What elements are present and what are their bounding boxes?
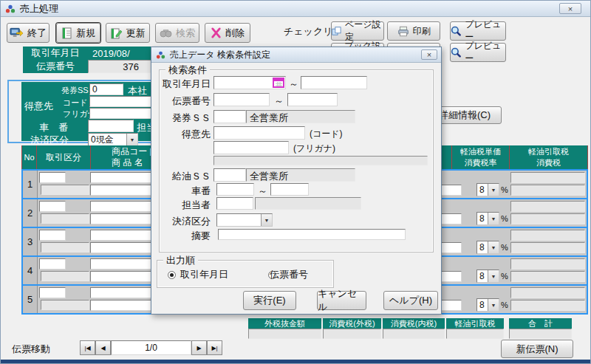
- col-torihiki: 取引区分: [36, 145, 90, 169]
- kana-hint: (フリガナ): [293, 142, 335, 155]
- row-number: 1: [23, 171, 38, 198]
- print-icon: [397, 26, 409, 37]
- dlg-car-label: 車番: [151, 185, 211, 198]
- tax-rate-dropdown[interactable]: 8▼: [476, 269, 499, 283]
- print-button[interactable]: 印刷: [387, 21, 440, 41]
- exit-button[interactable]: 終了: [7, 23, 49, 43]
- dlg-date-to-input[interactable]: [301, 76, 367, 89]
- new-icon: [61, 27, 72, 39]
- new-button[interactable]: 新規: [56, 23, 100, 43]
- tilde-separator: ～: [258, 185, 267, 198]
- shohizei-field: [510, 213, 585, 224]
- dlg-kessai-label: 決済区分: [151, 215, 211, 228]
- output-order-group: 出力順 取引年月日 伝票番号: [157, 260, 334, 288]
- radio-date[interactable]: [168, 271, 176, 279]
- dlg-hakken-input[interactable]: [213, 110, 246, 123]
- dlg-kyuyu-name: 全営業所: [246, 168, 355, 182]
- cancel-button[interactable]: キャンセル: [317, 291, 366, 310]
- totals-value: [248, 329, 321, 339]
- preview-icon: [451, 25, 461, 37]
- new-slip-button[interactable]: 新伝票(N): [501, 340, 573, 358]
- tax-rate-dropdown[interactable]: 8▼: [476, 183, 499, 196]
- page-setup-button[interactable]: ページ設定: [331, 21, 384, 41]
- dlg-car-to-input[interactable]: [270, 183, 309, 196]
- dlg-customer-code-input[interactable]: [213, 126, 305, 140]
- tanka-input[interactable]: [439, 185, 462, 196]
- update-button[interactable]: 更新: [106, 23, 150, 43]
- percent-label: %: [501, 214, 508, 223]
- window-close-button[interactable]: ×: [559, 3, 581, 14]
- calendar-button[interactable]: [273, 77, 285, 89]
- torihiki-input[interactable]: [39, 258, 66, 269]
- dlg-kessai-dropdown[interactable]: ▼: [216, 213, 273, 227]
- delete-button[interactable]: 削除: [205, 23, 250, 43]
- dlg-customer-label: 得意先: [151, 128, 211, 141]
- torihiki-input[interactable]: [39, 172, 66, 183]
- tilde-separator: ～: [274, 95, 284, 108]
- nav-first-button[interactable]: |◀: [80, 340, 95, 355]
- close-icon: ×: [568, 4, 573, 13]
- new-slip-label: 新伝票(N): [516, 343, 558, 356]
- issue-ss-input[interactable]: 0: [89, 83, 123, 95]
- dlg-car-from-input[interactable]: [216, 183, 254, 196]
- tanka-input[interactable]: [439, 271, 462, 282]
- dlg-tekiyo-label: 摘要: [151, 230, 211, 243]
- dlg-slip-from-input[interactable]: [213, 93, 270, 106]
- tax-rate-dropdown[interactable]: 8▼: [476, 212, 499, 225]
- tanka-input[interactable]: [439, 300, 462, 311]
- dlg-customer-name-display: [213, 156, 428, 165]
- delivery-preview-button[interactable]: プレビュー: [450, 43, 506, 62]
- dlg-date-label: 取引年月日: [151, 78, 211, 91]
- chevron-down-icon: ▼: [488, 270, 499, 282]
- preview-icon: [451, 47, 461, 58]
- search-icon: [160, 27, 172, 38]
- settlement-dropdown[interactable]: 0現金 ▼: [88, 133, 138, 146]
- dialog-close-button[interactable]: ×: [421, 49, 437, 60]
- dlg-slip-to-input[interactable]: [287, 93, 338, 106]
- radio-date-label: 取引年月日: [180, 268, 228, 281]
- customer-code-label: コード: [63, 97, 88, 109]
- window-title: 売上処理: [20, 2, 58, 16]
- totals-value: [446, 329, 504, 339]
- nav-next-button[interactable]: ▶: [191, 340, 207, 355]
- window-bottom-border: [1, 360, 590, 364]
- dialog-title-bar: 売上データ 検索条件設定 ×: [151, 47, 441, 63]
- dlg-hakken-label: 発券ＳＳ: [151, 111, 211, 125]
- chevron-down-icon: ▼: [488, 213, 499, 224]
- group-legend: 出力順: [163, 254, 198, 267]
- search-label: 検索: [176, 27, 195, 40]
- dlg-customer-kana-input[interactable]: [213, 141, 289, 154]
- settlement-value: 0現金: [89, 134, 126, 146]
- new-label: 新規: [76, 27, 95, 40]
- print-label: 印刷: [413, 25, 431, 38]
- keiyu-tax-field: [510, 172, 585, 183]
- car-number-input[interactable]: [88, 120, 134, 132]
- row-number: 2: [23, 199, 38, 227]
- torihiki-name: [41, 213, 89, 224]
- help-button[interactable]: ヘルプ(H): [383, 291, 438, 310]
- torihiki-name: [41, 300, 89, 310]
- dlg-kyuyu-input[interactable]: [213, 168, 246, 182]
- slip-number-value: 376: [88, 60, 153, 73]
- totals-header: 合 計: [509, 318, 572, 329]
- dlg-tekiyo-input[interactable]: [218, 229, 406, 240]
- checklist-preview-button[interactable]: プレビュー: [450, 21, 506, 41]
- totals-value: [323, 329, 381, 339]
- dlg-tanto-name: [255, 197, 361, 210]
- torihiki-input[interactable]: [39, 230, 66, 241]
- tax-rate-dropdown[interactable]: 8▼: [476, 241, 499, 254]
- torihiki-input[interactable]: [39, 201, 66, 212]
- nav-prev-button[interactable]: ◀: [95, 340, 111, 355]
- tanka-input[interactable]: [439, 213, 462, 224]
- dlg-tanto-input[interactable]: [216, 197, 253, 210]
- close-icon: ×: [427, 50, 431, 59]
- customer-label: 得意先: [24, 100, 53, 113]
- tanka-input[interactable]: [439, 242, 462, 253]
- exit-icon: [10, 27, 24, 39]
- keiyu-tax-field: [510, 230, 585, 241]
- torihiki-input[interactable]: [39, 287, 66, 298]
- tax-rate-dropdown[interactable]: 8▼: [476, 298, 499, 312]
- title-bar: 売上処理 ×: [1, 1, 590, 17]
- run-button[interactable]: 実行(E): [243, 291, 296, 310]
- nav-last-button[interactable]: ▶|: [207, 340, 222, 355]
